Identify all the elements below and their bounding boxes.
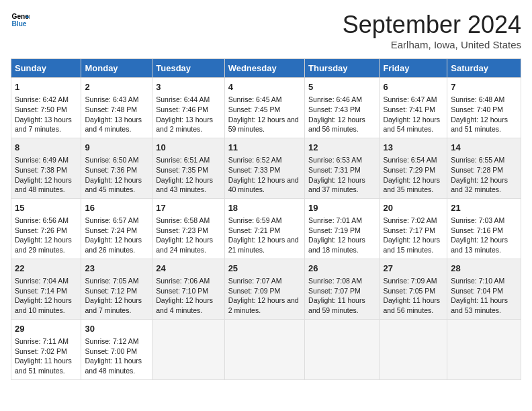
sunrise-label: Sunrise: 6:56 AM — [15, 216, 69, 224]
calendar-cell: 28Sunrise: 7:10 AMSunset: 7:04 PMDayligh… — [447, 259, 521, 319]
calendar-cell — [224, 319, 304, 379]
sunrise-label: Sunrise: 6:58 AM — [156, 216, 210, 224]
daylight-label: Daylight: 12 hours and 35 minutes. — [383, 176, 440, 194]
calendar-cell: 12Sunrise: 6:53 AMSunset: 7:31 PMDayligh… — [305, 138, 380, 198]
sunset-label: Sunset: 7:02 PM — [15, 347, 67, 355]
calendar-cell: 1Sunrise: 6:42 AMSunset: 7:50 PMDaylight… — [11, 78, 81, 138]
logo: General Blue — [11, 11, 30, 30]
day-number: 21 — [451, 202, 517, 214]
calendar-cell: 5Sunrise: 6:46 AMSunset: 7:43 PMDaylight… — [305, 78, 380, 138]
daylight-label: Daylight: 12 hours and 51 minutes. — [451, 116, 508, 134]
sunrise-label: Sunrise: 7:12 AM — [85, 337, 138, 345]
header-day-wednesday: Wednesday — [224, 59, 304, 78]
daylight-label: Daylight: 12 hours and 48 minutes. — [15, 176, 72, 194]
title-area: September 2024 Earlham, Iowa, United Sta… — [343, 11, 521, 50]
sunrise-label: Sunrise: 7:11 AM — [15, 337, 69, 345]
week-row-1: 1Sunrise: 6:42 AMSunset: 7:50 PMDaylight… — [11, 78, 521, 138]
sunset-label: Sunset: 7:09 PM — [228, 287, 281, 295]
day-number: 30 — [85, 323, 148, 335]
calendar-cell: 7Sunrise: 6:48 AMSunset: 7:40 PMDaylight… — [447, 78, 521, 138]
calendar-cell: 10Sunrise: 6:51 AMSunset: 7:35 PMDayligh… — [152, 138, 224, 198]
sunset-label: Sunset: 7:36 PM — [85, 166, 137, 174]
day-number: 5 — [308, 81, 375, 93]
sunrise-label: Sunrise: 6:53 AM — [308, 156, 362, 164]
day-number: 8 — [15, 142, 77, 154]
daylight-label: Daylight: 11 hours and 56 minutes. — [383, 296, 440, 314]
day-number: 24 — [156, 263, 220, 275]
calendar-cell: 9Sunrise: 6:50 AMSunset: 7:36 PMDaylight… — [81, 138, 152, 198]
calendar-cell: 2Sunrise: 6:43 AMSunset: 7:48 PMDaylight… — [81, 78, 152, 138]
calendar-cell: 16Sunrise: 6:57 AMSunset: 7:24 PMDayligh… — [81, 198, 152, 259]
calendar-cell: 11Sunrise: 6:52 AMSunset: 7:33 PMDayligh… — [224, 138, 304, 198]
daylight-label: Daylight: 12 hours and 56 minutes. — [308, 116, 365, 134]
calendar-cell: 6Sunrise: 6:47 AMSunset: 7:41 PMDaylight… — [380, 78, 447, 138]
sunset-label: Sunset: 7:28 PM — [451, 166, 503, 174]
sunrise-label: Sunrise: 7:08 AM — [308, 277, 362, 285]
sunset-label: Sunset: 7:10 PM — [156, 287, 208, 295]
week-row-4: 22Sunrise: 7:04 AMSunset: 7:14 PMDayligh… — [11, 259, 521, 319]
svg-text:Blue: Blue — [12, 20, 27, 28]
sunrise-label: Sunrise: 7:07 AM — [228, 277, 282, 285]
day-number: 25 — [228, 263, 301, 275]
daylight-label: Daylight: 12 hours and 18 minutes. — [308, 236, 365, 254]
sunset-label: Sunset: 7:00 PM — [85, 347, 137, 355]
calendar-cell: 22Sunrise: 7:04 AMSunset: 7:14 PMDayligh… — [11, 259, 81, 319]
daylight-label: Daylight: 13 hours and 4 minutes. — [85, 116, 142, 134]
sunset-label: Sunset: 7:04 PM — [451, 287, 503, 295]
calendar-cell: 30Sunrise: 7:12 AMSunset: 7:00 PMDayligh… — [81, 319, 152, 379]
sunset-label: Sunset: 7:33 PM — [228, 166, 281, 174]
day-number: 2 — [85, 81, 148, 93]
day-number: 16 — [85, 202, 148, 214]
daylight-label: Daylight: 12 hours and 2 minutes. — [228, 296, 299, 314]
daylight-label: Daylight: 12 hours and 54 minutes. — [383, 116, 440, 134]
sunset-label: Sunset: 7:26 PM — [15, 226, 67, 234]
calendar-table: SundayMondayTuesdayWednesdayThursdayFrid… — [11, 58, 521, 380]
sunrise-label: Sunrise: 7:03 AM — [451, 216, 504, 224]
daylight-label: Daylight: 11 hours and 51 minutes. — [15, 357, 72, 375]
daylight-label: Daylight: 12 hours and 29 minutes. — [15, 236, 72, 254]
sunrise-label: Sunrise: 6:43 AM — [85, 95, 138, 103]
day-number: 3 — [156, 81, 220, 93]
daylight-label: Daylight: 12 hours and 21 minutes. — [228, 236, 299, 254]
calendar-cell: 15Sunrise: 6:56 AMSunset: 7:26 PMDayligh… — [11, 198, 81, 259]
calendar-cell: 8Sunrise: 6:49 AMSunset: 7:38 PMDaylight… — [11, 138, 81, 198]
header-day-saturday: Saturday — [447, 59, 521, 78]
daylight-label: Daylight: 12 hours and 4 minutes. — [156, 296, 213, 314]
day-number: 7 — [451, 81, 517, 93]
daylight-label: Daylight: 12 hours and 59 minutes. — [228, 116, 299, 134]
sunset-label: Sunset: 7:23 PM — [156, 226, 208, 234]
sunset-label: Sunset: 7:21 PM — [228, 226, 281, 234]
day-number: 20 — [383, 202, 443, 214]
daylight-label: Daylight: 13 hours and 7 minutes. — [15, 116, 72, 134]
sunrise-label: Sunrise: 6:47 AM — [383, 95, 437, 103]
calendar-cell — [380, 319, 447, 379]
daylight-label: Daylight: 12 hours and 37 minutes. — [308, 176, 365, 194]
daylight-label: Daylight: 12 hours and 32 minutes. — [451, 176, 508, 194]
calendar-cell: 4Sunrise: 6:45 AMSunset: 7:45 PMDaylight… — [224, 78, 304, 138]
day-number: 4 — [228, 81, 301, 93]
sunset-label: Sunset: 7:14 PM — [15, 287, 67, 295]
header-day-sunday: Sunday — [11, 59, 81, 78]
sunrise-label: Sunrise: 6:55 AM — [451, 156, 504, 164]
daylight-label: Daylight: 12 hours and 26 minutes. — [85, 236, 142, 254]
header-day-tuesday: Tuesday — [152, 59, 224, 78]
calendar-cell: 29Sunrise: 7:11 AMSunset: 7:02 PMDayligh… — [11, 319, 81, 379]
day-number: 13 — [383, 142, 443, 154]
daylight-label: Daylight: 12 hours and 13 minutes. — [451, 236, 508, 254]
header-day-friday: Friday — [380, 59, 447, 78]
day-number: 26 — [308, 263, 375, 275]
day-number: 1 — [15, 81, 77, 93]
calendar-cell — [152, 319, 224, 379]
day-number: 29 — [15, 323, 77, 335]
sunrise-label: Sunrise: 6:49 AM — [15, 156, 69, 164]
sunset-label: Sunset: 7:16 PM — [451, 226, 503, 234]
header: General Blue September 2024 Earlham, Iow… — [11, 11, 521, 50]
logo-icon: General Blue — [11, 11, 30, 30]
daylight-label: Daylight: 12 hours and 24 minutes. — [156, 236, 213, 254]
sunset-label: Sunset: 7:12 PM — [85, 287, 137, 295]
daylight-label: Daylight: 11 hours and 48 minutes. — [85, 357, 142, 375]
sunset-label: Sunset: 7:17 PM — [383, 226, 435, 234]
sunset-label: Sunset: 7:50 PM — [15, 105, 67, 113]
sunrise-label: Sunrise: 6:52 AM — [228, 156, 282, 164]
daylight-label: Daylight: 11 hours and 53 minutes. — [451, 296, 508, 314]
